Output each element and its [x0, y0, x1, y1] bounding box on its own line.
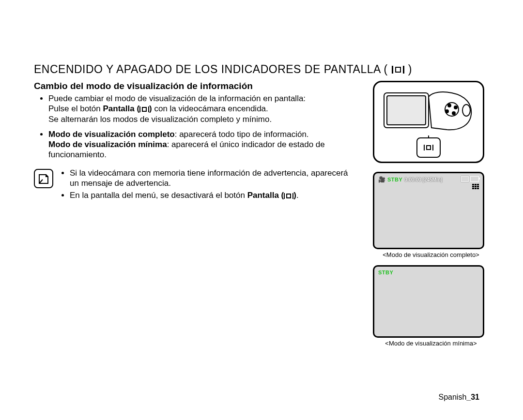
title-tail: ) [408, 63, 412, 76]
svg-point-4 [454, 106, 457, 109]
display-button-callout [416, 137, 441, 158]
bullet-1: Puede cambiar el modo de visualización d… [48, 93, 358, 124]
stby-indicator: STBY [387, 177, 402, 182]
display-icon [284, 193, 293, 199]
svg-point-3 [448, 104, 451, 107]
camera-mode-icon: 🎥 [378, 176, 385, 183]
bullet-2: Modo de visualización completo: aparecer… [48, 129, 358, 160]
svg-rect-1 [387, 96, 426, 125]
subheading: Cambio del modo de visualización de info… [34, 81, 358, 91]
svg-point-6 [446, 110, 448, 113]
mode-full-rest: : aparecerá todo tipo de información. [175, 130, 309, 139]
mode-min-label: Modo de visualización mínima [48, 140, 167, 149]
footer-page: _31 [466, 393, 479, 401]
timecode: 0:00:00 [245Min] [404, 177, 442, 182]
caption-min: <Modo de visualización mínima> [373, 340, 489, 347]
svg-point-2 [445, 103, 459, 116]
note-bullet-list: Si la videocámara con memoria tiene info… [60, 168, 358, 203]
note-2: En la pantalla del menú, se desactivará … [70, 190, 358, 200]
display-icon [392, 66, 404, 74]
note-2-d: . [296, 191, 299, 200]
bullet-1-line1: Puede cambiar el modo de visualización d… [48, 94, 306, 103]
battery-icon [470, 176, 479, 182]
title-text: ENCENDIDO Y APAGADO DE LOS INDICADORES D… [34, 63, 388, 76]
lcd-full-mode: 🎥 STBY 0:00:00 [245Min] [373, 172, 484, 249]
stby-indicator: STBY [378, 270, 393, 275]
note-1: Si la videocámara con memoria tiene info… [70, 168, 358, 189]
thumbnail-grid-icon [472, 184, 479, 190]
svg-point-7 [462, 105, 470, 116]
bullet-1-line2b: Pantalla ( [103, 104, 139, 113]
bullet-1-line3: Se alternarán los modos de visualización… [48, 115, 272, 124]
display-icon [139, 106, 149, 112]
note-2-a: En la pantalla del menú, se desactivará … [70, 191, 247, 200]
mode-full-label: Modo de visualización completo [48, 130, 175, 139]
bullet-1-line2d: con la videocámara encendida. [152, 104, 268, 113]
note-block: Si la videocámara con memoria tiene info… [34, 168, 358, 203]
page-footer: Spanish_31 [438, 393, 479, 402]
camera-illustration [373, 81, 484, 163]
lcd-min-mode: STBY [373, 265, 484, 338]
svg-point-5 [452, 112, 455, 115]
display-icon [424, 145, 433, 150]
main-bullet-list: Puede cambiar el modo de visualización d… [34, 93, 358, 160]
footer-lang: Spanish [438, 393, 466, 401]
note-icon [34, 169, 53, 188]
caption-full: <Modo de visualización completo> [373, 251, 489, 258]
card-icon [461, 176, 469, 182]
section-title: ENCENDIDO Y APAGADO DE LOS INDICADORES D… [34, 63, 489, 76]
bullet-1-line2a: Pulse el botón [48, 104, 103, 113]
note-2-b: Pantalla ( [247, 191, 284, 200]
